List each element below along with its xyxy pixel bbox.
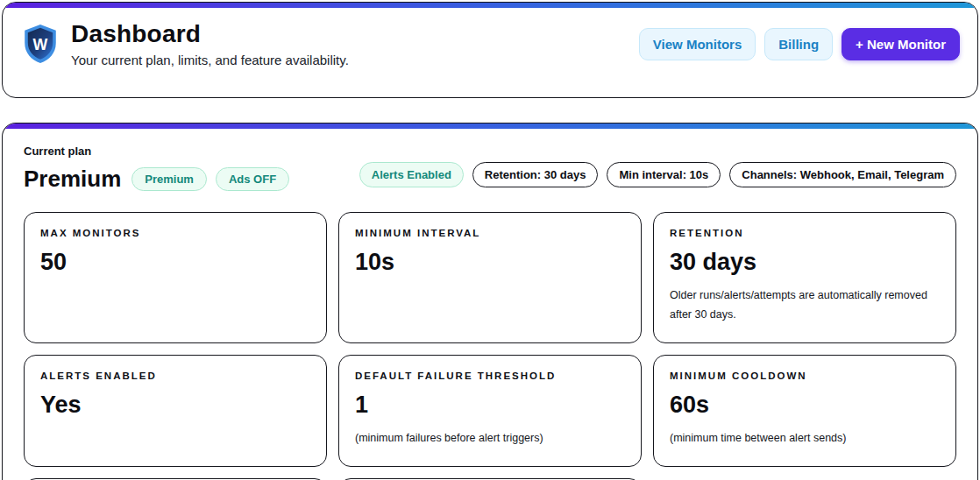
stat-note: (minimum failures before alert triggers)	[355, 429, 618, 448]
view-monitors-button[interactable]: View Monitors	[639, 28, 756, 60]
new-monitor-button[interactable]: + New Monitor	[842, 28, 960, 60]
pill-channels: Channels: Webhook, Email, Telegram	[729, 162, 956, 187]
stat-card: ALERTS ENABLEDYes	[24, 355, 327, 467]
plan-badges: PremiumAds OFF	[131, 167, 289, 191]
pill-retention: Retention: 30 days	[472, 162, 599, 187]
stat-card: MINIMUM INTERVAL10s	[338, 212, 642, 343]
svg-text:W: W	[33, 36, 48, 53]
stat-label: DEFAULT FAILURE THRESHOLD	[355, 371, 625, 381]
stats-grid: MAX MONITORS50MINIMUM INTERVAL10sRETENTI…	[24, 212, 956, 480]
stat-label: MINIMUM INTERVAL	[355, 228, 625, 238]
stat-label: RETENTION	[670, 228, 940, 238]
plan-badge-premium: Premium	[131, 167, 207, 191]
stat-card: MINIMUM COOLDOWN60s(minimum time between…	[653, 355, 956, 467]
stat-note: Older runs/alerts/attempts are automatic…	[670, 286, 933, 325]
pill-alerts-enabled: Alerts Enabled	[359, 162, 464, 187]
plan-info: Current plan Premium PremiumAds OFF	[24, 145, 289, 193]
stat-value: 1	[355, 392, 625, 419]
pill-min-interval: Min interval: 10s	[607, 162, 721, 187]
header-card: W Dashboard Your current plan, limits, a…	[2, 2, 978, 98]
plan-card: Current plan Premium PremiumAds OFF Aler…	[2, 123, 978, 480]
header-actions: View MonitorsBilling+ New Monitor	[639, 28, 962, 60]
stat-value: 10s	[355, 249, 625, 276]
stat-value: 60s	[670, 392, 940, 419]
plan-badge-ads-off: Ads OFF	[216, 167, 289, 191]
plan-name: Premium	[24, 166, 121, 193]
billing-button[interactable]: Billing	[764, 28, 833, 60]
stat-value: 50	[40, 249, 310, 276]
plan-label: Current plan	[24, 145, 289, 158]
stat-value: Yes	[40, 392, 310, 419]
plan-pills: Alerts EnabledRetention: 30 daysMin inte…	[359, 162, 956, 187]
stat-card: RETENTION30 daysOlder runs/alerts/attemp…	[653, 212, 956, 343]
stat-note: (minimum time between alert sends)	[670, 429, 933, 448]
page-subtitle: Your current plan, limits, and feature a…	[71, 53, 349, 67]
stat-label: MAX MONITORS	[40, 228, 310, 238]
stat-value: 30 days	[670, 249, 940, 276]
stat-label: ALERTS ENABLED	[40, 371, 310, 381]
stat-label: MINIMUM COOLDOWN	[670, 371, 940, 381]
stat-card: MAX MONITORS50	[24, 212, 327, 343]
stat-card: DEFAULT FAILURE THRESHOLD1(minimum failu…	[338, 355, 642, 467]
brand: W Dashboard Your current plan, limits, a…	[22, 20, 349, 67]
page-title: Dashboard	[71, 20, 349, 48]
shield-w-logo-icon: W	[22, 24, 59, 64]
